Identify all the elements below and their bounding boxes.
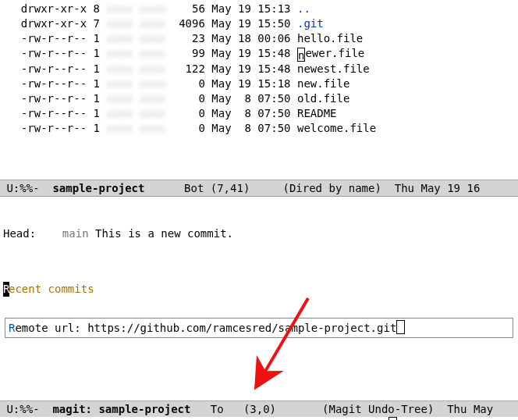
owner-group: xxxx xxxx: [106, 92, 165, 105]
size: 99: [172, 47, 205, 59]
owner-group: xxxx xxxx: [106, 47, 165, 59]
nlink: 1: [94, 77, 100, 90]
modeline-position: Bot (7,41): [144, 182, 282, 194]
remote-url-echo-box: Remote url: https://github.com/ramcesred…: [5, 318, 513, 338]
nlink: 8: [94, 2, 100, 15]
dired-row[interactable]: -rw-r--r-- 1 xxxx xxxx 0 May 19 15:18 ne…: [8, 77, 518, 91]
date: May 19 15:48: [211, 47, 290, 59]
date: May 19 15:48: [211, 62, 290, 75]
magit-buffer: Head: main This is a new commit. Recent …: [0, 197, 518, 311]
minibuffer[interactable]: Remote url: https://github.com/ramcesred…: [0, 417, 518, 420]
date: May 19 15:18: [211, 77, 290, 90]
owner-group: xxxx xxxx: [106, 2, 165, 15]
modeline-magit: U:%%- magit: sample-project To (3,0) (Ma…: [0, 400, 518, 417]
size: 4096: [172, 17, 205, 30]
modeline-buffer-name: sample-project: [46, 182, 144, 194]
filename[interactable]: .git: [297, 17, 324, 30]
filename[interactable]: hello.file: [297, 32, 363, 44]
filename[interactable]: ..: [297, 2, 310, 15]
nlink: 1: [94, 47, 100, 59]
modeline-mode: (Magit Undo-Tree) Thu May: [322, 403, 493, 415]
dired-row[interactable]: -rw-r--r-- 1 xxxx xxxx 99 May 19 15:48 n…: [8, 46, 518, 62]
nlink: 7: [94, 17, 100, 30]
head-label: Head:: [3, 227, 62, 240]
modeline-position: To (3,0): [190, 403, 322, 415]
size: 0: [172, 107, 205, 119]
filename[interactable]: newest.file: [297, 62, 370, 75]
permissions: -rw-r--r--: [21, 62, 87, 75]
permissions: drwxr-xr-x: [21, 2, 87, 15]
dired-row[interactable]: -rw-r--r-- 1 xxxx xxxx 122 May 19 15:48 …: [8, 62, 518, 77]
dired-row[interactable]: drwxr-xr-x 8 xxxx xxxx 56 May 19 15:13 .…: [8, 2, 518, 16]
size: 56: [172, 2, 205, 15]
date: May 19 15:50: [211, 17, 290, 30]
permissions: -rw-r--r--: [21, 47, 87, 59]
owner-group: xxxx xxxx: [106, 62, 165, 75]
date: May 8 07:50: [211, 107, 290, 119]
modeline-prefix: U:%%-: [0, 403, 46, 415]
date: May 19 15:13: [211, 2, 290, 15]
permissions: -rw-r--r--: [21, 107, 87, 119]
owner-group: xxxx xxxx: [106, 107, 165, 119]
dired-row[interactable]: -rw-r--r-- 1 xxxx xxxx 23 May 18 00:06 h…: [8, 31, 518, 46]
permissions: -rw-r--r--: [21, 122, 87, 134]
modeline-buffer-name: magit: sample-project: [46, 403, 190, 415]
modeline-dired: U:%%- sample-project Bot (7,41) (Dired b…: [0, 180, 518, 196]
owner-group: xxxx xxxx: [106, 32, 165, 44]
recent-commits-heading: Recent commits: [3, 282, 518, 297]
modeline-mode: (Dired by name) Thu May 19 16: [282, 182, 480, 194]
dired-row[interactable]: -rw-r--r-- 1 xxxx xxxx 0 May 8 07:50 wel…: [8, 121, 518, 136]
filename[interactable]: old.file: [297, 92, 349, 105]
permissions: -rw-r--r--: [21, 77, 87, 90]
owner-group: xxxx xxxx: [106, 122, 165, 134]
remote-url-value: https://github.com/ramcesred/sample-proj…: [87, 322, 396, 334]
size: 122: [172, 62, 205, 75]
dired-row[interactable]: -rw-r--r-- 1 xxxx xxxx 0 May 8 07:50 old…: [8, 91, 518, 106]
filename[interactable]: welcome.file: [297, 122, 376, 134]
modeline-prefix: U:%%-: [0, 182, 46, 194]
dired-row[interactable]: drwxr-xr-x 7 xxxx xxxx 4096 May 19 15:50…: [8, 16, 518, 31]
size: 23: [172, 32, 205, 44]
magit-head-line: Head: main This is a new commit.: [3, 226, 518, 241]
branch-name: main: [62, 227, 89, 240]
date: May 8 07:50: [211, 122, 290, 134]
nlink: 1: [94, 92, 100, 105]
nlink: 1: [94, 62, 100, 75]
nlink: 1: [94, 107, 100, 119]
date: May 18 00:06: [211, 32, 290, 44]
commit-message: This is a new commit.: [89, 227, 233, 240]
dired-buffer: drwxr-xr-x 8 xxxx xxxx 56 May 19 15:13 .…: [0, 0, 518, 136]
dired-row[interactable]: -rw-r--r-- 1 xxxx xxxx 0 May 8 07:50 REA…: [8, 106, 518, 121]
permissions: -rw-r--r--: [21, 32, 87, 44]
date: May 8 07:50: [211, 92, 290, 105]
permissions: -rw-r--r--: [21, 92, 87, 105]
permissions: drwxr-xr-x: [21, 17, 87, 30]
nlink: 1: [94, 32, 100, 44]
owner-group: xxxx xxxx: [106, 17, 165, 30]
size: 0: [172, 77, 205, 90]
nlink: 1: [94, 122, 100, 134]
owner-group: xxxx xxxx: [106, 77, 165, 90]
cursor: [396, 320, 405, 334]
size: 0: [172, 92, 205, 105]
filename[interactable]: README: [297, 107, 337, 119]
filename[interactable]: new.file: [297, 77, 349, 90]
cursor: [388, 417, 397, 420]
filename[interactable]: newer.file: [297, 47, 364, 59]
size: 0: [172, 122, 205, 134]
